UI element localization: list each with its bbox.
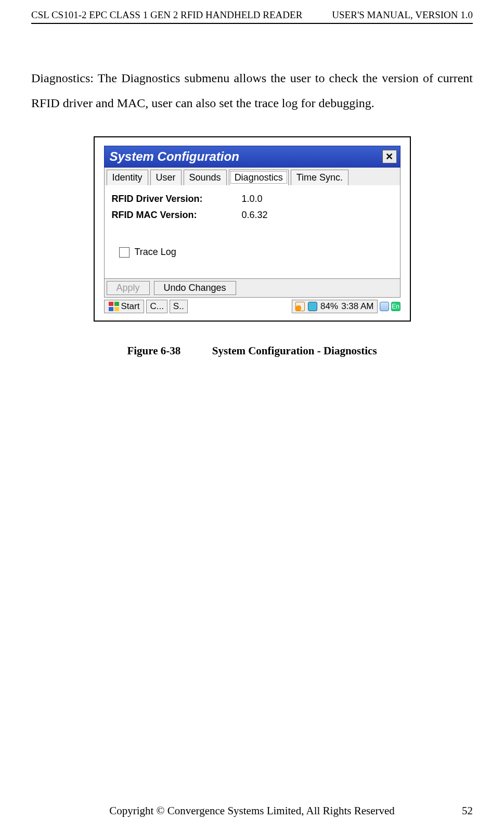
figure-title: System Configuration - Diagnostics bbox=[212, 344, 377, 357]
tab-identity[interactable]: Identity bbox=[107, 170, 148, 185]
figure-wrapper: System Configuration ✕ Identity User Sou… bbox=[31, 136, 473, 322]
intro-paragraph: Diagnostics: The Diagnostics submenu all… bbox=[31, 66, 473, 116]
battery-percent: 84% bbox=[320, 301, 338, 312]
figure-caption: Figure 6-38 System Configuration - Diagn… bbox=[31, 344, 473, 357]
tracelog-checkbox[interactable] bbox=[119, 247, 130, 258]
page-footer: Copyright © Convergence Systems Limited,… bbox=[0, 804, 504, 817]
clock: 3:38 AM bbox=[341, 301, 373, 312]
figure-number: Figure 6-38 bbox=[127, 344, 180, 357]
tab-diagnostics[interactable]: Diagnostics bbox=[229, 170, 289, 185]
close-button[interactable]: ✕ bbox=[382, 150, 397, 163]
start-button[interactable]: Start bbox=[104, 300, 145, 313]
tab-sounds[interactable]: Sounds bbox=[184, 170, 227, 185]
network-icon[interactable] bbox=[295, 302, 305, 311]
keyboard-lang-icon[interactable]: En bbox=[391, 302, 400, 311]
mac-label: RFID MAC Version: bbox=[112, 210, 242, 221]
page-number: 52 bbox=[462, 804, 473, 817]
tab-timesync[interactable]: Time Sync. bbox=[291, 170, 348, 185]
header-right: USER'S MANUAL, VERSION 1.0 bbox=[332, 9, 473, 21]
taskbar-item-1[interactable]: C... bbox=[146, 300, 167, 313]
tracelog-row: Trace Log bbox=[119, 247, 393, 258]
apply-button[interactable]: Apply bbox=[107, 281, 150, 295]
tab-content: RFID Driver Version: 1.0.0 RFID MAC Vers… bbox=[104, 185, 400, 279]
taskbar: Start C... S.. 84% 3:38 AM En bbox=[104, 300, 400, 313]
figure-border: System Configuration ✕ Identity User Sou… bbox=[94, 136, 411, 322]
tab-user[interactable]: User bbox=[150, 170, 182, 185]
driver-label: RFID Driver Version: bbox=[112, 194, 242, 204]
page: CSL CS101-2 EPC CLASS 1 GEN 2 RFID HANDH… bbox=[0, 0, 504, 832]
taskbar-item-2[interactable]: S.. bbox=[170, 300, 188, 313]
mac-value: 0.6.32 bbox=[242, 210, 268, 221]
system-tray: 84% 3:38 AM bbox=[292, 300, 377, 313]
row-mac: RFID MAC Version: 0.6.32 bbox=[112, 210, 393, 221]
windows-flag-icon bbox=[109, 302, 119, 311]
start-label: Start bbox=[121, 301, 140, 312]
copyright: Copyright © Convergence Systems Limited,… bbox=[109, 804, 395, 817]
refresh-tray-icon[interactable] bbox=[380, 302, 389, 311]
row-driver: RFID Driver Version: 1.0.0 bbox=[112, 194, 393, 204]
screenshot-window: System Configuration ✕ Identity User Sou… bbox=[104, 146, 400, 313]
window-titlebar: System Configuration ✕ bbox=[104, 146, 400, 168]
button-bar: Apply Undo Changes bbox=[104, 279, 400, 298]
driver-value: 1.0.0 bbox=[242, 194, 263, 204]
tracelog-label: Trace Log bbox=[135, 247, 176, 258]
undo-button[interactable]: Undo Changes bbox=[154, 281, 236, 295]
window-title: System Configuration bbox=[110, 149, 239, 164]
tab-strip: Identity User Sounds Diagnostics Time Sy… bbox=[104, 168, 400, 185]
page-header: CSL CS101-2 EPC CLASS 1 GEN 2 RFID HANDH… bbox=[31, 0, 473, 24]
battery-icon[interactable] bbox=[308, 302, 317, 311]
header-left: CSL CS101-2 EPC CLASS 1 GEN 2 RFID HANDH… bbox=[31, 9, 302, 21]
